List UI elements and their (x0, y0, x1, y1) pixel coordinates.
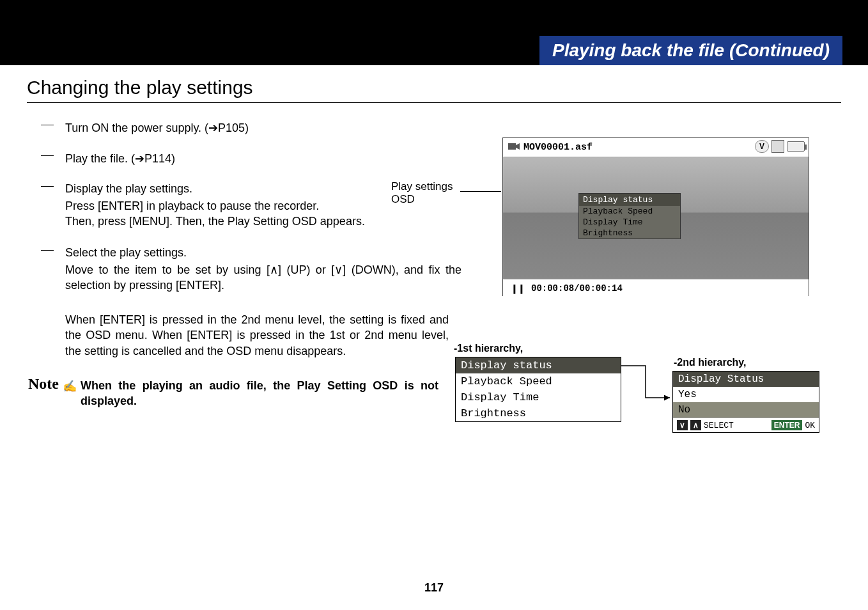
osd-menu-item: Display Time (579, 217, 680, 228)
hierarchy2-option-selected: No (673, 402, 819, 418)
screenshot-top-bar: MOV00001.asf V (503, 138, 809, 157)
pause-icon: ❙❙ (511, 283, 525, 293)
sd-card-icon (771, 140, 784, 153)
select-label: SELECT (704, 421, 734, 430)
step-4-body: Move to the item to be set by using [∧] … (65, 262, 461, 293)
screenshot-timecode: 00:00:08/00:00:14 (531, 283, 623, 293)
step-1-text: Turn ON the power supply. (➔P105) (65, 121, 449, 135)
note-text: When the playing an audio file, the Play… (81, 378, 438, 409)
step-2-text: Play the file. (➔P114) (65, 152, 449, 166)
step-marker (41, 186, 54, 187)
screenshot-filename: MOV00001.asf (523, 142, 593, 153)
ok-label: OK (805, 421, 815, 430)
hierarchy2-label: -2nd hierarchy, (674, 357, 747, 368)
down-key-icon: ∨ (677, 420, 688, 430)
title-band: Playing back the file (Continued) (0, 36, 868, 65)
step-5: When [ENTER] is pressed in the 2nd menu … (65, 312, 449, 359)
step-marker (41, 250, 54, 251)
step-4: Select the play settings. Move to the it… (65, 246, 461, 293)
screenshot-video-area: Display status Playback Speed Display Ti… (503, 157, 809, 279)
screenshot-bottom-bar: ❙❙ 00:00:08/00:00:14 (503, 279, 809, 297)
hierarchy2-footer: ∨ ∧ SELECT ENTER OK (673, 418, 819, 432)
osd-menu-item: Playback Speed (579, 206, 680, 217)
hierarchy1-item: Display Time (456, 389, 621, 405)
step-1: Turn ON the power supply. (➔P105) (65, 121, 449, 135)
page-number: 117 (0, 581, 868, 595)
step-marker (41, 155, 54, 156)
hand-icon: ✍ (63, 379, 77, 393)
step-2: Play the file. (➔P114) (65, 152, 449, 166)
connector-arrow (620, 364, 674, 422)
screenshot-status-icons: V (755, 140, 805, 153)
svg-marker-1 (516, 143, 520, 150)
hierarchy1-menu: Display status Playback Speed Display Ti… (455, 357, 621, 422)
hierarchy1-item: Playback Speed (456, 373, 621, 389)
hierarchy1-label: -1st hierarchy, (454, 343, 523, 354)
top-black-band (0, 0, 868, 36)
note-label: Note (28, 375, 59, 393)
hierarchy1-item-selected: Display status (456, 357, 621, 373)
camera-icon (508, 142, 520, 153)
osd-menu-title: Display status (579, 194, 680, 206)
up-key-icon: ∧ (690, 420, 701, 430)
hierarchy1-item: Brightness (456, 405, 621, 421)
hierarchy2-menu: Display Status Yes No ∨ ∧ SELECT ENTER O… (672, 371, 819, 433)
callout-leader-line (460, 191, 501, 192)
hierarchy2-option: Yes (673, 387, 819, 402)
v-badge-icon: V (755, 140, 769, 153)
page-header-title: Playing back the file (Continued) (539, 36, 842, 65)
play-settings-callout: Play settings OSD (391, 180, 453, 206)
playback-screenshot: MOV00001.asf V Display status Playback S… (502, 137, 809, 296)
step-5-body: When [ENTER] is pressed in the 2nd menu … (65, 312, 449, 359)
enter-key-icon: ENTER (771, 420, 803, 430)
svg-rect-0 (508, 143, 516, 150)
hierarchy2-title: Display Status (673, 371, 819, 387)
osd-menu: Display status Playback Speed Display Ti… (578, 193, 681, 239)
step-marker (41, 125, 54, 125)
battery-icon (787, 141, 805, 152)
osd-menu-item: Brightness (579, 228, 680, 239)
section-title: Changing the play settings (27, 77, 841, 103)
step-4-head: Select the play settings. (65, 246, 461, 260)
play-settings-callout-l1: Play settings (391, 180, 453, 193)
play-settings-callout-l2: OSD (391, 193, 453, 206)
